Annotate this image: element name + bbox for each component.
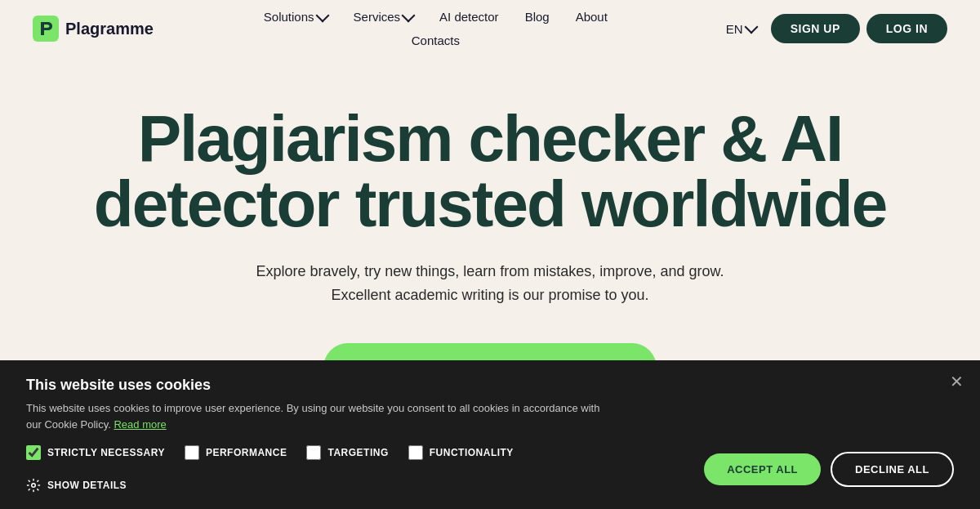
nav-about[interactable]: About	[564, 5, 619, 29]
navbar: Plagramme Solutions Services AI detector…	[0, 0, 980, 57]
chevron-down-icon	[402, 8, 416, 22]
performance-checkbox[interactable]	[185, 445, 199, 458]
cookie-close-button[interactable]: ✕	[950, 373, 964, 390]
nav-right: EN SIGN UP LOG IN	[718, 14, 947, 43]
nav-ai-detector[interactable]: AI detector	[428, 5, 510, 29]
cookie-targeting[interactable]: TARGETING	[306, 445, 388, 458]
chevron-down-icon	[315, 8, 329, 22]
cookie-banner: ✕ This website uses cookies This website…	[0, 360, 980, 458]
cookie-description: This website uses cookies to improve use…	[26, 400, 614, 432]
hero-subtitle: Explore bravely, try new things, learn f…	[237, 260, 743, 307]
nav-services[interactable]: Services	[342, 5, 425, 29]
cookie-title: This website uses cookies	[26, 377, 954, 394]
cookie-read-more-link[interactable]: Read more	[114, 418, 166, 431]
logo[interactable]: Plagramme	[33, 16, 154, 42]
logo-icon	[33, 16, 59, 42]
chevron-down-icon	[744, 20, 758, 34]
cookie-checkboxes: STRICTLY NECESSARY PERFORMANCE TARGETING…	[26, 445, 514, 458]
strictly-necessary-checkbox[interactable]	[26, 445, 41, 458]
signup-button[interactable]: SIGN UP	[771, 14, 860, 43]
cookie-performance[interactable]: PERFORMANCE	[185, 445, 287, 458]
decline-all-button[interactable]: DECLINE ALL	[831, 452, 954, 458]
language-selector[interactable]: EN	[718, 17, 764, 41]
cookie-functionality[interactable]: FUNCTIONALITY	[408, 445, 514, 458]
login-button[interactable]: LOG IN	[866, 14, 947, 43]
nav-solutions[interactable]: Solutions	[252, 5, 339, 29]
nav-links: Solutions Services AI detector Blog Abou…	[252, 5, 619, 52]
nav-blog[interactable]: Blog	[514, 5, 561, 29]
functionality-checkbox[interactable]	[408, 445, 423, 458]
targeting-checkbox[interactable]	[306, 445, 321, 458]
cookie-strictly-necessary[interactable]: STRICTLY NECESSARY	[26, 445, 165, 458]
accept-all-button[interactable]: ACCEPT ALL	[704, 453, 821, 458]
cookie-action-buttons: ACCEPT ALL DECLINE ALL	[704, 452, 954, 458]
logo-text: Plagramme	[65, 20, 154, 38]
hero-title: Plagiarism checker & AI detector trusted…	[82, 106, 898, 237]
cookie-bottom-row: STRICTLY NECESSARY PERFORMANCE TARGETING…	[26, 445, 954, 458]
nav-contacts[interactable]: Contacts	[400, 29, 471, 52]
